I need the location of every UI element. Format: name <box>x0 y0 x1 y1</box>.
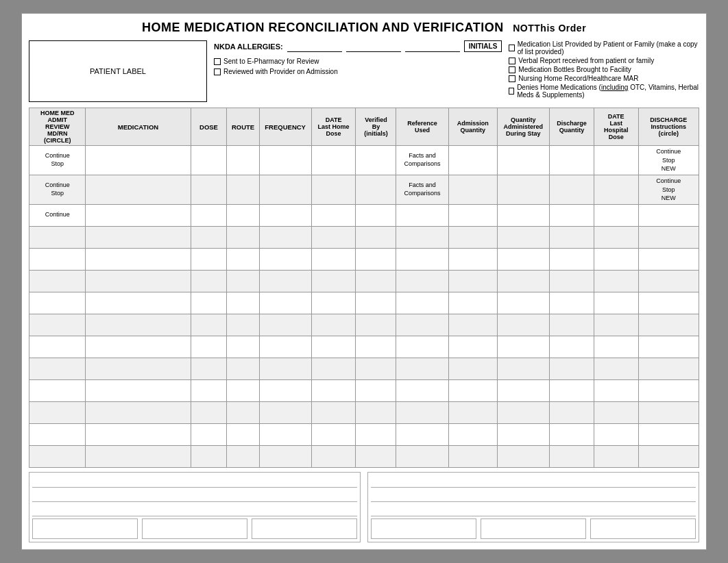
cell-admission-qty-2 <box>448 175 497 205</box>
cell-reference-1: Facts andComparisons <box>396 146 449 175</box>
th-dose: DOSE <box>191 108 227 146</box>
cell-dose-3 <box>191 204 227 226</box>
cell-frequency-2 <box>259 175 311 205</box>
table-row <box>29 270 699 292</box>
allergies-line3 <box>405 41 460 52</box>
cell-dose-2 <box>191 175 227 205</box>
cell-date-home-2 <box>311 175 356 205</box>
th-verified-by: VerifiedBy(initials) <box>356 108 396 146</box>
checklist-checkbox-0 <box>509 45 514 51</box>
checklist-label-1: Verbal Report received from patient or f… <box>518 57 654 64</box>
checklist-section: Medication List Provided by Patient or F… <box>509 40 699 102</box>
cell-date-hospital-2 <box>594 175 638 205</box>
cell-discharge-inst-3 <box>638 204 699 226</box>
cell-route-3 <box>227 204 259 226</box>
checklist-checkbox-4 <box>509 88 514 95</box>
cell-discharge-qty-2 <box>550 175 594 205</box>
sent-to-epharmacy: Sent to E-Pharmacy for Review <box>214 58 502 65</box>
cell-date-home-3 <box>311 204 356 226</box>
cell-qty-admin-3 <box>497 204 550 226</box>
cell-route-1 <box>227 146 259 175</box>
cell-date-hospital-3 <box>594 204 638 226</box>
cell-medication-1 <box>86 146 191 175</box>
bottom-line-3 <box>32 504 357 516</box>
cell-frequency-1 <box>259 146 311 175</box>
checklist-item-2: Medication Bottles Brought to Facility <box>509 66 699 73</box>
checklist-label-3: Nursing Home Record/Healthcare MAR <box>518 75 638 82</box>
footer-cell-3 <box>252 518 357 539</box>
th-discharge-instructions: DISCHARGEInstructions(circle) <box>638 108 699 146</box>
cell-medication-3 <box>86 204 191 226</box>
checklist-checkbox-1 <box>509 58 515 64</box>
cell-date-hospital-1 <box>594 146 638 175</box>
table-row <box>29 423 699 445</box>
th-route: ROUTE <box>227 108 259 146</box>
checklist-item-4: Denies Home Medications (including OTC, … <box>509 84 699 99</box>
sent-checkbox <box>214 58 221 65</box>
th-discharge-quantity: DischargeQuantity <box>550 108 594 146</box>
cell-dose-1 <box>191 146 227 175</box>
table-row <box>29 445 699 467</box>
table-row <box>29 358 699 379</box>
footer-row-left <box>32 518 357 539</box>
reviewed-checkbox <box>214 68 221 75</box>
table-row <box>29 336 699 358</box>
th-quantity-administered: QuantityAdministeredDuring Stay <box>497 108 550 146</box>
footer-cell-4 <box>371 518 476 539</box>
table-row <box>29 314 699 336</box>
bottom-left <box>29 472 361 542</box>
checklist-checkbox-3 <box>509 75 515 82</box>
page-title: HOME MEDICATION RECONCILIATION AND VERIF… <box>29 21 699 35</box>
patient-label-box: PATIENT LABEL <box>29 40 207 102</box>
checklist-item-1: Verbal Report received from patient or f… <box>509 57 699 64</box>
checklist-item-3: Nursing Home Record/Healthcare MAR <box>509 75 699 82</box>
cell-verified-1 <box>356 146 396 175</box>
footer-row-right <box>371 518 696 539</box>
cell-frequency-3 <box>259 204 311 226</box>
table-row: ContinueStop Facts andComparisons Contin… <box>29 175 699 205</box>
cell-discharge-inst-2: ContinueStopNEW <box>638 175 699 205</box>
table-row <box>29 292 699 314</box>
table-row: Continue <box>29 204 699 226</box>
th-date-last-hospital-dose: DATELastHospitalDose <box>594 108 638 146</box>
th-date-last-home-dose: DATELast HomeDose <box>311 108 356 146</box>
bottom-line-6 <box>371 504 696 516</box>
checklist-label-4: Denies Home Medications (including OTC, … <box>517 84 699 99</box>
cell-discharge-inst-1: ContinueStopNEW <box>638 146 699 175</box>
allergies-label: NKDA ALLERGIES: <box>214 42 283 51</box>
footer-cell-2 <box>142 518 247 539</box>
checklist-label-0: Medication List Provided by Patient or F… <box>518 40 699 55</box>
th-home-med: HOME MEDADMITREVIEWMD/RN(CIRCLE) <box>29 108 86 146</box>
th-admission-quantity: AdmissionQuantity <box>448 108 497 146</box>
allergies-section: NKDA ALLERGIES: INITIALS Sent to E-Pharm… <box>214 40 502 102</box>
cell-admission-qty-3 <box>448 204 497 226</box>
cell-verified-2 <box>356 175 396 205</box>
bottom-right <box>367 472 699 542</box>
cell-admission-qty-1 <box>448 146 497 175</box>
bottom-line-4 <box>371 475 696 488</box>
cell-discharge-qty-1 <box>550 146 594 175</box>
allergies-line <box>287 41 342 52</box>
cell-verified-3 <box>356 204 396 226</box>
cell-qty-admin-1 <box>497 146 550 175</box>
checklist-checkbox-2 <box>509 66 515 73</box>
table-row <box>29 226 699 248</box>
page: HOME MEDICATION RECONCILIATION AND VERIF… <box>21 13 707 550</box>
footer-cell-5 <box>481 518 586 539</box>
cell-home-med-1: ContinueStop <box>29 146 86 175</box>
table-row <box>29 401 699 423</box>
cell-reference-3 <box>396 204 449 226</box>
allergies-line2 <box>346 41 401 52</box>
checklist-item-0: Medication List Provided by Patient or F… <box>509 40 699 55</box>
cell-qty-admin-2 <box>497 175 550 205</box>
th-reference-used: ReferenceUsed <box>396 108 449 146</box>
cell-home-med-3: Continue <box>29 204 86 226</box>
checklist-label-2: Medication Bottles Brought to Facility <box>518 66 631 73</box>
cell-reference-2: Facts andComparisons <box>396 175 449 205</box>
main-table: HOME MEDADMITREVIEWMD/RN(CIRCLE) MEDICAT… <box>29 108 699 468</box>
bottom-line-5 <box>371 490 696 502</box>
initials-box: INITIALS <box>464 40 502 52</box>
footer-cell-1 <box>32 518 138 539</box>
footer-cell-6 <box>590 518 696 539</box>
cell-discharge-qty-3 <box>550 204 594 226</box>
